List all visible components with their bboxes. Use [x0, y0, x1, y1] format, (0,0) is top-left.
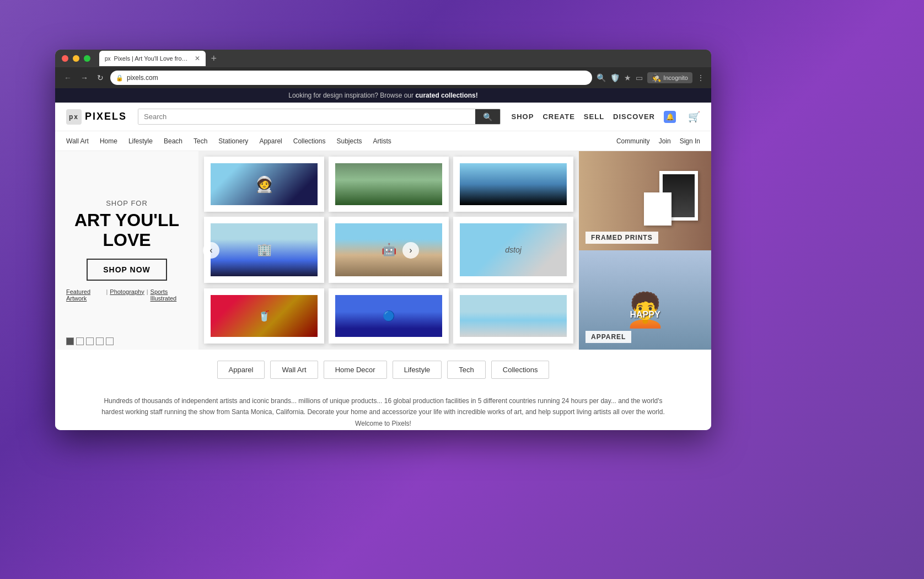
- slider-next-button[interactable]: ›: [402, 242, 419, 259]
- hero-title: ART YOU'LL LOVE: [66, 211, 187, 249]
- shop-for-label: SHOP FOR: [106, 199, 148, 207]
- art-image-3: [460, 163, 567, 205]
- subnav-wall-art[interactable]: Wall Art: [66, 137, 89, 145]
- subnav-sign-in[interactable]: Sign In: [680, 137, 700, 145]
- chip-lifestyle[interactable]: Lifestyle: [393, 361, 442, 379]
- chip-collections[interactable]: Collections: [491, 361, 550, 379]
- sidebar-toggle-icon[interactable]: ▭: [636, 73, 643, 82]
- chip-wall-art[interactable]: Wall Art: [270, 361, 318, 379]
- art-frame-8[interactable]: 🔵: [329, 288, 449, 344]
- art-image-6: dstoj: [460, 223, 567, 276]
- subnav-artists[interactable]: Artists: [373, 137, 391, 145]
- bookmark-icon[interactable]: ★: [624, 73, 631, 82]
- browser-tab-active[interactable]: px Pixels | Art You'll Love from Ind... …: [99, 51, 206, 66]
- subnav-join[interactable]: Join: [659, 137, 671, 145]
- art-frame-3[interactable]: [453, 157, 573, 212]
- art-frame-7[interactable]: 🥤: [204, 288, 324, 344]
- tab-bar: px Pixels | Art You'll Love from Ind... …: [95, 50, 224, 67]
- search-icon[interactable]: 🔍: [597, 73, 606, 82]
- art-frame-9[interactable]: [453, 288, 573, 344]
- nav-sell[interactable]: SELL: [584, 112, 604, 121]
- nav-discover[interactable]: DISCOVER: [613, 112, 655, 121]
- art-frame-1[interactable]: 🧑‍🚀: [204, 157, 324, 212]
- sub-nav: Wall Art Home Lifestyle Beach Tech Stati…: [55, 131, 711, 151]
- titlebar: px Pixels | Art You'll Love from Ind... …: [55, 50, 711, 67]
- art-image-4: 🏢: [211, 223, 318, 276]
- search-button[interactable]: 🔍: [475, 109, 500, 124]
- tab-favicon-icon: px: [105, 56, 111, 62]
- nav-create[interactable]: CREATE: [542, 112, 574, 121]
- banner-link[interactable]: curated collections!: [415, 92, 477, 99]
- subnav-lifestyle[interactable]: Lifestyle: [128, 137, 153, 145]
- apparel-panel[interactable]: 🧑‍🦱 HAPPY APPAREL: [579, 250, 711, 350]
- site-content: Looking for design inspiration? Browse o…: [55, 88, 711, 430]
- slide-dots: [66, 337, 114, 345]
- lock-icon: 🔒: [116, 74, 123, 82]
- menu-icon[interactable]: ⋮: [697, 73, 705, 82]
- subnav-stationery[interactable]: Stationery: [218, 137, 248, 145]
- address-input[interactable]: 🔒 pixels.com: [110, 71, 592, 85]
- cart-icon[interactable]: 🛒: [688, 111, 700, 123]
- art-frame-6[interactable]: dstoj: [453, 217, 573, 283]
- logo-icon: px: [66, 109, 82, 125]
- url-text: pixels.com: [127, 74, 587, 82]
- subnav-home[interactable]: Home: [100, 137, 117, 145]
- address-bar: ← → ↻ 🔒 pixels.com 🔍 🛡️ ★ ▭ 🕵️ Incognito…: [55, 67, 711, 88]
- search-bar: 🔍: [138, 109, 501, 125]
- logo-text: PIXELS: [85, 111, 127, 122]
- extension-icon[interactable]: 🛡️: [610, 73, 620, 82]
- slider-prev-button[interactable]: ‹: [203, 242, 219, 259]
- framed-prints-panel[interactable]: FRAMED PRINTS: [579, 151, 711, 250]
- close-button[interactable]: [62, 55, 68, 62]
- art-image-2: [335, 163, 442, 205]
- sub-nav-right: Community Join Sign In: [616, 137, 700, 145]
- hero-left-panel: SHOP FOR ART YOU'LL LOVE SHOP NOW Featur…: [55, 151, 198, 350]
- sports-illustrated-link[interactable]: Sports Illustrated: [151, 288, 187, 302]
- subnav-community[interactable]: Community: [616, 137, 650, 145]
- maximize-button[interactable]: [84, 55, 90, 62]
- art-frame-2[interactable]: [329, 157, 449, 212]
- chip-tech[interactable]: Tech: [447, 361, 485, 379]
- apparel-label: APPAREL: [585, 331, 631, 343]
- art-image-9: [460, 295, 567, 337]
- browser-actions: 🔍 🛡️ ★ ▭ 🕵️ Incognito ⋮: [597, 72, 705, 83]
- subnav-tech[interactable]: Tech: [194, 137, 207, 145]
- header-nav: SHOP CREATE SELL DISCOVER 🔔 🛒: [512, 111, 700, 123]
- incognito-label: Incognito: [663, 74, 688, 81]
- forward-button[interactable]: →: [78, 72, 90, 83]
- search-input[interactable]: [138, 109, 475, 124]
- featured-artwork-link[interactable]: Featured Artwork: [66, 288, 104, 302]
- tab-close-icon[interactable]: ✕: [195, 55, 200, 62]
- reload-button[interactable]: ↻: [95, 72, 106, 83]
- subnav-apparel[interactable]: Apparel: [259, 137, 282, 145]
- subnav-collections[interactable]: Collections: [293, 137, 326, 145]
- art-frame-4[interactable]: 🏢: [204, 217, 324, 283]
- pipe-separator-1: |: [106, 288, 108, 302]
- slide-dot-3[interactable]: [86, 337, 94, 345]
- nav-shop[interactable]: SHOP: [512, 112, 534, 121]
- site-description: Hundreds of thousands of independent art…: [55, 390, 711, 430]
- notification-icon[interactable]: 🔔: [664, 111, 676, 123]
- subnav-subjects[interactable]: Subjects: [336, 137, 362, 145]
- browser-chrome: px Pixels | Art You'll Love from Ind... …: [55, 50, 711, 88]
- new-tab-button[interactable]: +: [208, 53, 221, 65]
- subnav-beach[interactable]: Beach: [164, 137, 182, 145]
- chip-apparel[interactable]: Apparel: [217, 361, 265, 379]
- art-frame-5[interactable]: 🤖: [329, 217, 449, 283]
- chip-home-decor[interactable]: Home Decor: [324, 361, 387, 379]
- minimize-button[interactable]: [73, 55, 79, 62]
- incognito-icon: 🕵️: [652, 73, 661, 82]
- slide-dot-5[interactable]: [106, 337, 114, 345]
- photography-link[interactable]: Photography: [110, 288, 144, 302]
- framed-prints-label: FRAMED PRINTS: [585, 232, 658, 244]
- back-button[interactable]: ←: [62, 72, 74, 83]
- logo[interactable]: px PIXELS: [66, 109, 127, 125]
- slide-dot-4[interactable]: [96, 337, 104, 345]
- shop-now-button[interactable]: SHOP NOW: [87, 259, 167, 281]
- slide-dot-1[interactable]: [66, 337, 74, 345]
- category-chips: Apparel Wall Art Home Decor Lifestyle Te…: [55, 350, 711, 390]
- art-image-8: 🔵: [335, 295, 442, 337]
- site-header: px PIXELS 🔍 SHOP CREATE SELL DISCOVER 🔔 …: [55, 103, 711, 131]
- featured-links: Featured Artwork | Photography | Sports …: [66, 288, 187, 302]
- slide-dot-2[interactable]: [76, 337, 84, 345]
